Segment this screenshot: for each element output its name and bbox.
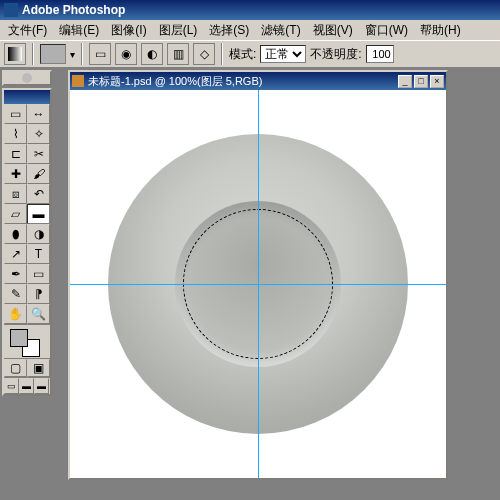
gradient-icon [8, 47, 22, 61]
menubar: 文件(F) 编辑(E) 图像(I) 图层(L) 选择(S) 滤镜(T) 视图(V… [0, 20, 500, 40]
tool-notes[interactable]: ✎ [4, 284, 27, 304]
app-icon [4, 3, 18, 17]
menu-view[interactable]: 视图(V) [307, 22, 359, 39]
screen-mode-row: ▭ ▬ ▬ [4, 377, 50, 394]
tool-type[interactable]: T [27, 244, 50, 264]
mode-select[interactable]: 正常 [260, 45, 306, 63]
radial-gradient-button[interactable]: ◉ [115, 43, 137, 65]
svg-point-1 [22, 73, 32, 83]
document-window[interactable]: 未标题-1.psd @ 100%(图层 5,RGB) _ □ × [68, 70, 448, 480]
tool-dodge[interactable]: ◑ [27, 224, 50, 244]
opacity-label: 不透明度: [310, 46, 361, 63]
document-icon [72, 75, 84, 87]
tool-heal[interactable]: ✚ [4, 164, 27, 184]
tool-path[interactable]: ↗ [4, 244, 27, 264]
maximize-button[interactable]: □ [414, 75, 428, 88]
guide-horizontal[interactable] [70, 284, 446, 285]
tool-marquee[interactable]: ▭ [4, 104, 27, 124]
tool-move[interactable]: ↔ [27, 104, 50, 124]
app-titlebar: Adobe Photoshop [0, 0, 500, 20]
gradient-swatch[interactable] [40, 44, 66, 64]
tool-wand[interactable]: ✧ [27, 124, 50, 144]
menu-image[interactable]: 图像(I) [105, 22, 152, 39]
tool-eraser[interactable]: ▱ [4, 204, 27, 224]
options-bar: ▾ ▭ ◉ ◐ ▥ ◇ 模式: 正常 不透明度: [0, 40, 500, 68]
dropdown-icon[interactable]: ▾ [70, 49, 75, 60]
tool-stamp[interactable]: ⧇ [4, 184, 27, 204]
tool-zoom[interactable]: 🔍 [27, 304, 50, 324]
tool-slice[interactable]: ✂ [27, 144, 50, 164]
separator [81, 43, 83, 65]
menu-file[interactable]: 文件(F) [2, 22, 53, 39]
menu-window[interactable]: 窗口(W) [359, 22, 414, 39]
minimize-button[interactable]: _ [398, 75, 412, 88]
tool-gradient[interactable]: ▬ [27, 204, 50, 224]
app-title: Adobe Photoshop [22, 3, 125, 17]
screen-full-menu[interactable]: ▬ [19, 378, 34, 394]
menu-filter[interactable]: 滤镜(T) [255, 22, 306, 39]
tool-grid: ▭ ↔ ⌇ ✧ ⊏ ✂ ✚ 🖌 ⧇ ↶ ▱ ▬ ⬮ ◑ ↗ T ✒ ▭ ✎ ⁋ … [4, 104, 50, 324]
tool-eyedrop[interactable]: ⁋ [27, 284, 50, 304]
separator [32, 43, 34, 65]
tool-hand[interactable]: ✋ [4, 304, 27, 324]
diamond-gradient-button[interactable]: ◇ [193, 43, 215, 65]
navigator-thumb-panel[interactable] [2, 70, 52, 86]
tool-brush[interactable]: 🖌 [27, 164, 50, 184]
opacity-input[interactable] [366, 45, 394, 63]
tool-crop[interactable]: ⊏ [4, 144, 27, 164]
linear-gradient-button[interactable]: ▭ [89, 43, 111, 65]
standard-mode[interactable]: ▢ [4, 359, 27, 377]
mask-mode-row: ▢ ▣ [4, 358, 50, 377]
tool-shape[interactable]: ▭ [27, 264, 50, 284]
svg-rect-0 [8, 47, 22, 61]
document-titlebar[interactable]: 未标题-1.psd @ 100%(图层 5,RGB) _ □ × [70, 72, 446, 90]
tool-pen[interactable]: ✒ [4, 264, 27, 284]
quickmask-mode[interactable]: ▣ [27, 359, 50, 377]
workspace: ▭ ↔ ⌇ ✧ ⊏ ✂ ✚ 🖌 ⧇ ↶ ▱ ▬ ⬮ ◑ ↗ T ✒ ▭ ✎ ⁋ … [0, 68, 500, 500]
tool-lasso[interactable]: ⌇ [4, 124, 27, 144]
foreground-color[interactable] [10, 329, 28, 347]
tool-history[interactable]: ↶ [27, 184, 50, 204]
toolbox-titlebar[interactable] [4, 90, 50, 104]
close-button[interactable]: × [430, 75, 444, 88]
menu-layer[interactable]: 图层(L) [153, 22, 204, 39]
tool-preset-button[interactable] [4, 43, 26, 65]
menu-select[interactable]: 选择(S) [203, 22, 255, 39]
reflected-gradient-button[interactable]: ▥ [167, 43, 189, 65]
screen-standard[interactable]: ▭ [4, 378, 19, 394]
color-wells [4, 324, 50, 358]
screen-full[interactable]: ▬ [34, 378, 49, 394]
menu-help[interactable]: 帮助(H) [414, 22, 467, 39]
toolbox[interactable]: ▭ ↔ ⌇ ✧ ⊏ ✂ ✚ 🖌 ⧇ ↶ ▱ ▬ ⬮ ◑ ↗ T ✒ ▭ ✎ ⁋ … [2, 88, 52, 396]
menu-edit[interactable]: 编辑(E) [53, 22, 105, 39]
angle-gradient-button[interactable]: ◐ [141, 43, 163, 65]
tool-blur[interactable]: ⬮ [4, 224, 27, 244]
document-title: 未标题-1.psd @ 100%(图层 5,RGB) [88, 74, 262, 89]
mode-label: 模式: [229, 46, 256, 63]
separator [221, 43, 223, 65]
canvas[interactable] [70, 90, 446, 478]
navigator-thumb [4, 72, 50, 84]
